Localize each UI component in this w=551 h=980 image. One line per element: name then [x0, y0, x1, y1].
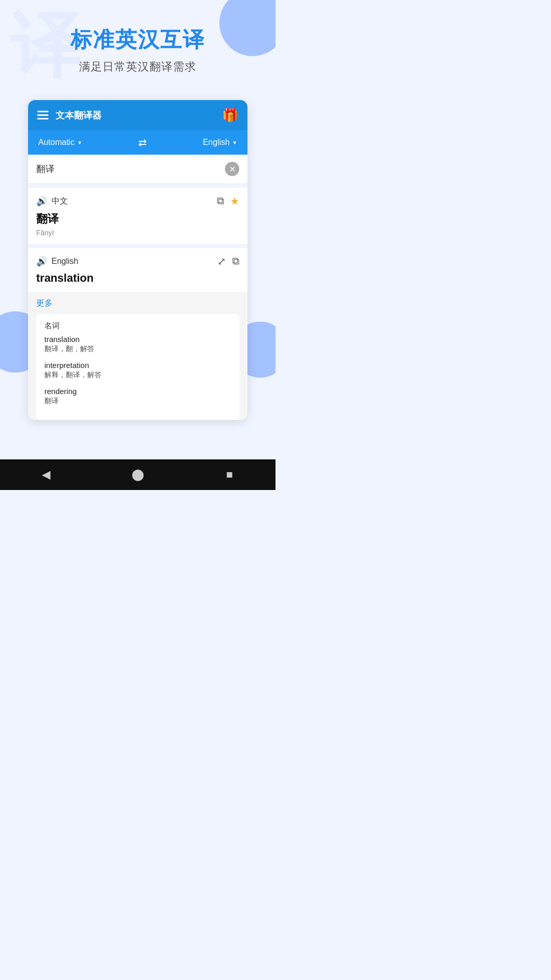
chinese-actions: ⧉ ★ — [217, 195, 239, 207]
more-card: 名词 translation 翻译，翻，解答 interpretation 解释… — [36, 314, 239, 420]
language-bar: Automatic ▼ ⇄ English ▼ — [28, 130, 247, 155]
toolbar-title: 文本翻译器 — [56, 109, 102, 121]
app-toolbar: 文本翻译器 🎁 — [28, 100, 247, 130]
hero-title: 标准英汉互译 — [10, 26, 265, 54]
dict-entry-2: rendering 翻译 — [44, 387, 231, 406]
dict-entry-0: translation 翻译，翻，解答 — [44, 335, 231, 354]
toolbar-left: 文本翻译器 — [37, 109, 102, 121]
dict-meaning-2: 翻译 — [44, 397, 231, 406]
hero-subtitle: 满足日常英汉翻译需求 — [10, 59, 265, 75]
english-lang-row: 🔊 English — [36, 256, 78, 267]
source-lang-chevron: ▼ — [77, 140, 82, 145]
english-result-header: 🔊 English ⤢ ⧉ — [36, 255, 239, 267]
clear-icon: ✕ — [229, 164, 236, 174]
favorite-button[interactable]: ★ — [230, 195, 239, 207]
home-button[interactable]: ⬤ — [125, 462, 151, 487]
swap-languages-button[interactable]: ⇄ — [138, 136, 147, 149]
app-card: 文本翻译器 🎁 Automatic ▼ ⇄ English ▼ 翻译 ✕ 🔊 中… — [28, 100, 247, 420]
input-area: 翻译 ✕ — [28, 155, 247, 184]
back-button[interactable]: ◀ — [33, 462, 59, 487]
dict-meaning-1: 解释，翻译，解答 — [44, 371, 231, 380]
target-lang-button[interactable]: English ▼ — [203, 138, 237, 147]
english-lang-name: English — [52, 257, 78, 266]
dict-word-2: rendering — [44, 387, 231, 396]
more-section: 更多 名词 translation 翻译，翻，解答 interpretation… — [28, 292, 247, 420]
chinese-speaker-icon[interactable]: 🔊 — [36, 195, 47, 207]
hero-section: 标准英汉互译 满足日常英汉翻译需求 — [0, 0, 276, 90]
menu-button[interactable] — [37, 111, 48, 119]
dict-word-1: interpretation — [44, 361, 231, 370]
clear-button[interactable]: ✕ — [225, 162, 239, 176]
noun-label: 名词 — [44, 321, 231, 331]
bottom-navigation: ◀ ⬤ ■ — [0, 459, 276, 490]
recent-button[interactable]: ■ — [217, 462, 242, 487]
english-word: translation — [36, 272, 239, 285]
more-label: 更多 — [36, 298, 239, 309]
open-english-button[interactable]: ⤢ — [217, 255, 226, 267]
target-lang-label: English — [203, 138, 230, 147]
target-lang-chevron: ▼ — [232, 140, 237, 145]
copy-english-button[interactable]: ⧉ — [232, 255, 239, 267]
gift-icon[interactable]: 🎁 — [222, 107, 238, 123]
english-result-card: 🔊 English ⤢ ⧉ translation — [28, 248, 247, 292]
source-lang-button[interactable]: Automatic ▼ — [38, 138, 82, 147]
chinese-lang-row: 🔊 中文 — [36, 195, 68, 207]
dict-meaning-0: 翻译，翻，解答 — [44, 345, 231, 354]
english-speaker-icon[interactable]: 🔊 — [36, 256, 47, 267]
copy-chinese-button[interactable]: ⧉ — [217, 195, 224, 207]
chinese-result-card: 🔊 中文 ⧉ ★ 翻译 Fānyì — [28, 188, 247, 244]
chinese-pinyin: Fānyì — [36, 229, 239, 237]
chinese-word: 翻译 — [36, 211, 239, 227]
dict-entry-1: interpretation 解释，翻译，解答 — [44, 361, 231, 380]
chinese-lang-name: 中文 — [52, 196, 68, 207]
dict-word-0: translation — [44, 335, 231, 344]
chinese-result-header: 🔊 中文 ⧉ ★ — [36, 195, 239, 207]
input-text[interactable]: 翻译 — [36, 163, 225, 175]
source-lang-label: Automatic — [38, 138, 74, 147]
english-actions: ⤢ ⧉ — [217, 255, 239, 267]
